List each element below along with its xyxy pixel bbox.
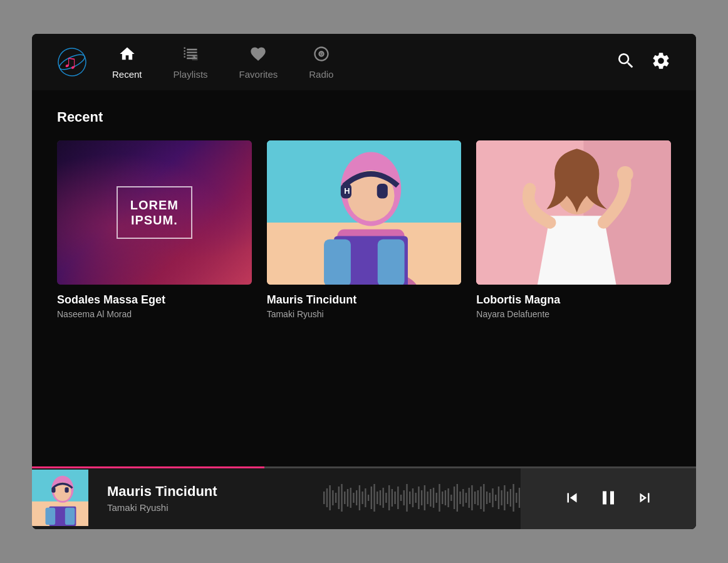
- nav-bar: ♫ Recent: [32, 34, 696, 90]
- svg-rect-59: [406, 484, 407, 512]
- nav-items: Recent Playlists: [112, 45, 616, 80]
- lorem-line1: LOREM: [130, 197, 179, 213]
- svg-rect-49: [377, 492, 378, 504]
- svg-rect-83: [477, 490, 479, 505]
- svg-rect-51: [383, 488, 384, 508]
- card-image-3: [476, 140, 671, 285]
- svg-rect-32: [326, 488, 328, 507]
- svg-rect-43: [359, 485, 360, 510]
- svg-point-21: [617, 166, 633, 182]
- card-title-1: Sodales Massa Eget: [57, 293, 252, 307]
- svg-rect-93: [507, 492, 508, 504]
- nav-item-favorites[interactable]: Favorites: [239, 45, 278, 80]
- svg-rect-36: [338, 487, 340, 509]
- settings-button[interactable]: [651, 51, 671, 73]
- svg-rect-69: [436, 493, 437, 503]
- app-container: ♫ Recent: [32, 34, 696, 529]
- card-lobortis[interactable]: Lobortis Magna Nayara Delafuente: [476, 140, 671, 319]
- player-controls: [521, 466, 696, 529]
- svg-rect-72: [445, 490, 446, 505]
- svg-rect-15: [324, 239, 351, 285]
- svg-rect-57: [400, 495, 402, 501]
- svg-rect-80: [469, 488, 470, 508]
- svg-rect-85: [483, 484, 484, 512]
- svg-rect-16: [377, 239, 404, 285]
- card-mauris[interactable]: H Mauris Tincidunt Tamaki Ryushi: [267, 140, 462, 319]
- favorites-icon: [249, 45, 267, 65]
- svg-rect-79: [465, 493, 467, 503]
- card-image-2: H: [267, 140, 462, 285]
- search-button[interactable]: [616, 51, 636, 73]
- svg-rect-47: [371, 487, 372, 509]
- svg-rect-26: [51, 487, 55, 493]
- svg-rect-78: [462, 489, 464, 507]
- player-artist: Tamaki Ryushi: [107, 502, 304, 513]
- svg-rect-44: [361, 492, 363, 504]
- svg-rect-55: [394, 492, 395, 504]
- svg-rect-37: [341, 484, 342, 512]
- svg-text:♫: ♫: [63, 51, 78, 72]
- svg-rect-95: [512, 484, 514, 512]
- lorem-line2: IPSUM.: [130, 213, 179, 228]
- nav-label-recent: Recent: [112, 69, 142, 80]
- svg-rect-61: [412, 488, 413, 507]
- svg-rect-82: [474, 492, 476, 504]
- card-image-1: LOREM IPSUM.: [57, 140, 252, 285]
- svg-rect-34: [332, 490, 333, 505]
- player-bar: Mauris Tincidunt Tamaki Ryushi: [32, 466, 696, 529]
- pause-button[interactable]: [593, 483, 623, 513]
- svg-rect-68: [433, 488, 434, 508]
- next-button[interactable]: [630, 483, 660, 513]
- svg-text:H: H: [344, 186, 350, 196]
- svg-rect-92: [504, 485, 505, 510]
- svg-rect-40: [350, 488, 351, 508]
- svg-rect-41: [353, 493, 354, 503]
- svg-rect-12: [377, 184, 387, 199]
- svg-rect-75: [454, 487, 455, 509]
- player-title: Mauris Tincidunt: [107, 483, 304, 500]
- svg-rect-48: [373, 484, 375, 512]
- svg-rect-73: [447, 488, 449, 507]
- player-thumbnail: [32, 470, 88, 526]
- svg-rect-45: [365, 488, 366, 507]
- nav-label-radio: Radio: [309, 69, 333, 80]
- nav-label-playlists: Playlists: [174, 69, 208, 80]
- svg-rect-29: [46, 508, 56, 525]
- player-waveform[interactable]: [323, 479, 521, 517]
- svg-rect-94: [510, 489, 511, 507]
- section-title: Recent: [57, 109, 671, 125]
- svg-rect-71: [442, 492, 443, 504]
- svg-rect-89: [495, 495, 496, 501]
- svg-rect-91: [501, 490, 502, 505]
- player-info: Mauris Tincidunt Tamaki Ryushi: [88, 483, 323, 513]
- svg-rect-87: [489, 493, 491, 503]
- svg-rect-35: [335, 493, 336, 503]
- nav-item-recent[interactable]: Recent: [112, 45, 142, 80]
- svg-rect-31: [323, 492, 325, 504]
- svg-rect-81: [471, 485, 472, 510]
- svg-rect-77: [459, 492, 460, 504]
- svg-rect-64: [421, 490, 422, 505]
- home-icon: [118, 45, 136, 65]
- svg-rect-30: [65, 508, 75, 525]
- svg-rect-67: [430, 489, 431, 507]
- svg-rect-74: [450, 495, 452, 501]
- card-title-2: Mauris Tincidunt: [267, 293, 462, 307]
- svg-rect-58: [403, 490, 405, 505]
- lorem-box: LOREM IPSUM.: [117, 186, 192, 239]
- radio-icon: [313, 45, 330, 65]
- nav-item-radio[interactable]: Radio: [309, 45, 333, 80]
- nav-actions: [616, 51, 671, 73]
- svg-rect-42: [356, 490, 357, 505]
- nav-item-playlists[interactable]: Playlists: [174, 45, 208, 80]
- svg-rect-88: [492, 488, 493, 507]
- svg-rect-86: [486, 492, 487, 504]
- svg-rect-38: [344, 492, 345, 504]
- svg-rect-70: [439, 484, 440, 512]
- nav-label-favorites: Favorites: [239, 69, 278, 80]
- prev-button[interactable]: [557, 483, 587, 513]
- card-sodales[interactable]: LOREM IPSUM. Sodales Massa Eget Naseema …: [57, 140, 252, 319]
- card-subtitle-1: Naseema Al Morad: [57, 309, 252, 319]
- app-logo: ♫: [57, 47, 87, 77]
- svg-rect-63: [418, 487, 419, 509]
